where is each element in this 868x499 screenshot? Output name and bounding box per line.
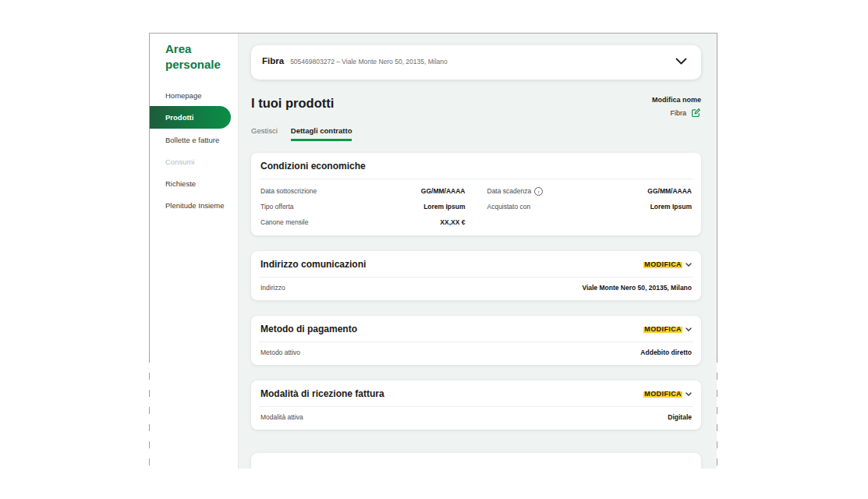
field-row: Tipo offerta Lorem Ipsum Acquistato con … [260,199,692,214]
field-label: Data sottoscrizione [260,187,317,195]
sidebar-item-bollette-e-fatture[interactable]: Bollette e fatture [150,129,238,150]
sidebar-item-richieste[interactable]: Richieste [150,172,238,194]
chevron-down-icon [675,58,687,65]
card-metodo-di-pagamento: Metodo di pagamento MODIFICA Metodo atti… [251,316,701,365]
field-value: GG/MM/AAAA [647,187,692,195]
field-label: Data scadenza i [487,187,544,196]
field-value: XX,XX € [440,218,465,226]
modifica-billing-button[interactable]: MODIFICA [643,390,692,398]
card-title: Metodo di pagamento [260,324,357,334]
modifica-address-button[interactable]: MODIFICA [643,260,692,268]
tab-dettagli-contratto[interactable]: Dettagli contratto [291,126,353,141]
card-title: Condizioni economiche [260,161,366,172]
sidebar-item-label: Consumi [165,157,195,166]
card-indirizzo-comunicazioni: Indirizzo comunicazioni MODIFICA Indiriz… [251,251,701,300]
sidebar-item-prodotti[interactable]: Prodotti [150,106,231,129]
sidebar-title: Area personale [165,41,227,73]
sidebar-item-label: Bollette e fatture [165,136,219,144]
field-label: Modalità attiva [260,413,303,421]
field-row: Indirizzo Viale Monte Nero 50, 20135, Mi… [259,278,693,300]
card-title: Modalità di ricezione fattura [260,388,384,399]
sidebar-nav: Homepage Prodotti Bollette e fatture Con… [150,84,238,216]
edit-icon[interactable] [691,108,701,118]
field-label: Metodo attivo [260,349,300,356]
card-condizioni-economiche: Condizioni economiche Data sottoscrizion… [251,153,701,235]
field-value: Lorem Ipsum [423,203,465,211]
sidebar-item-label: Prodotti [165,113,193,122]
field-row: Metodo attivo Addebito diretto [259,342,693,365]
window-border-right-dashed [717,356,717,469]
tab-gestisci[interactable]: Gestisci [251,126,278,141]
field-row: Canone mensile XX,XX € [260,214,692,230]
field-value: Lorem Ipsum [650,203,692,211]
window-border-right [717,33,717,356]
sidebar-item-label: Richieste [165,179,196,188]
tabs: Gestisci Dettagli contratto [251,126,701,141]
modifica-label: MODIFICA [643,390,682,398]
field-value: Digitale [668,413,692,421]
product-name: Fibra [262,56,284,65]
field-value: Addebito diretto [640,349,692,356]
sidebar-item-label: Homepage [165,91,201,100]
app-window: Area personale Homepage Prodotti Bollett… [150,34,717,469]
rename-block: Modifica nome Fibra [652,96,701,118]
window-border-left-dashed [149,356,150,469]
product-details: 505469803272 – Viale Monte Nero 50, 2013… [290,58,448,65]
field-row: Modalità attiva Digitale [259,407,693,430]
rename-label: Modifica nome [652,96,701,104]
page-title: I tuoi prodotti [251,96,334,111]
field-value: GG/MM/AAAA [421,187,466,195]
card-modalita-ricezione-fattura: Modalità di ricezione fattura MODIFICA M… [251,380,701,430]
field-label: Canone mensile [260,218,308,226]
modifica-label: MODIFICA [643,260,682,268]
card-partial-next [251,453,701,469]
rename-value: Fibra [670,109,686,117]
field-label: Tipo offerta [260,203,294,211]
modifica-label: MODIFICA [643,325,682,333]
chevron-down-icon [686,327,692,331]
card-title: Indirizzo comunicazioni [260,259,366,270]
chevron-down-icon [686,392,692,396]
chevron-down-icon [686,263,692,267]
main-content: Fibra 505469803272 – Viale Monte Nero 50… [239,34,717,469]
field-row: Data sottoscrizione GG/MM/AAAA Data scad… [260,183,692,199]
window-border-left [149,33,150,356]
modifica-payment-button[interactable]: MODIFICA [643,325,692,333]
field-label: Acquistato con [487,203,531,211]
info-icon[interactable]: i [534,187,543,196]
product-selector[interactable]: Fibra 505469803272 – Viale Monte Nero 50… [251,45,701,80]
sidebar-item-homepage[interactable]: Homepage [150,84,238,106]
field-label: Indirizzo [260,284,285,292]
sidebar: Area personale Homepage Prodotti Bollett… [150,34,239,469]
sidebar-item-consumi[interactable]: Consumi [150,150,238,172]
field-value: Viale Monte Nero 50, 20135, Milano [582,284,692,292]
sidebar-item-plenitude-insieme[interactable]: Plenitude Insieme [150,194,238,216]
sidebar-item-label: Plenitude Insieme [165,201,225,210]
window-border-top [149,33,717,34]
